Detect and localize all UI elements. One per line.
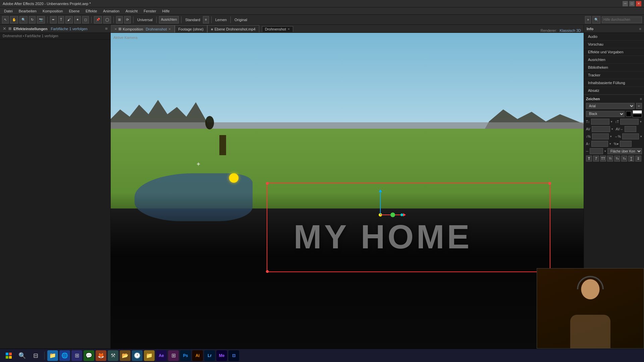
right-panel-paragraph[interactable]: Absatz xyxy=(584,87,644,95)
kerning-dropdown[interactable]: ▾ xyxy=(611,127,613,131)
vert-dropdown[interactable]: ▾ xyxy=(610,135,612,138)
sub-btn[interactable]: Ts xyxy=(621,156,627,162)
align-btn[interactable]: Ausrichten xyxy=(159,16,179,23)
stroke-type-select[interactable]: Fläche über Kon... xyxy=(607,148,642,154)
taskbar-folder2[interactable]: 📁 xyxy=(144,350,155,361)
layer-tab[interactable]: ■ Ebene Drohnenshot.mp4 xyxy=(207,25,259,33)
font-size-input[interactable]: 247 Px xyxy=(591,119,609,125)
zoom-tool[interactable]: 🔍 xyxy=(19,16,28,23)
arrow-tool[interactable]: ↖ xyxy=(2,16,9,23)
right-panel-preview[interactable]: Vorschau xyxy=(584,41,644,48)
hand-tool[interactable]: ✋ xyxy=(10,16,18,23)
comp-tab-close2[interactable]: ✕ xyxy=(168,27,171,31)
workspace-options[interactable]: ≡ xyxy=(203,16,209,23)
menu-ansicht[interactable]: Ansicht xyxy=(123,8,140,14)
bold-btn[interactable]: T xyxy=(586,156,592,162)
taskbar-clock[interactable]: 🕐 xyxy=(132,350,143,361)
text-color-black[interactable] xyxy=(626,111,631,117)
clone-tool[interactable]: ✦ xyxy=(74,16,81,23)
taskbar-app2[interactable]: ⊞ xyxy=(168,350,179,361)
taskbar-browser[interactable]: 🌐 xyxy=(59,350,70,361)
expand-panels[interactable]: » xyxy=(585,16,591,23)
font-select[interactable]: Arial xyxy=(586,103,635,109)
stroke-dropdown[interactable]: ▾ xyxy=(604,149,606,153)
vert-scale-input[interactable]: 100 % xyxy=(592,133,609,139)
menu-fenster[interactable]: Fenster xyxy=(141,8,159,14)
search-help[interactable]: 🔍 xyxy=(592,16,600,23)
style-select[interactable]: Black xyxy=(586,111,625,117)
start-button[interactable] xyxy=(3,350,15,362)
align-tool[interactable]: ⊞ xyxy=(116,16,123,23)
taskbar-whatsapp[interactable]: 💬 xyxy=(84,350,94,361)
comp-tab-drohnenshot[interactable]: ✕ ⊞ Komposition Drohnenshot ✕ xyxy=(111,25,175,33)
minimize-button[interactable]: ─ xyxy=(623,1,628,6)
search-taskbar[interactable]: 🔍 xyxy=(16,350,28,362)
renderer-value[interactable]: Klassisch 3D xyxy=(559,28,581,33)
effect-tab-label[interactable]: Farbfläche 1 verfolgen xyxy=(51,27,87,31)
text-tool[interactable]: T xyxy=(58,16,64,23)
panel-options[interactable]: ≡ xyxy=(105,26,108,31)
taskbar-explorer[interactable]: 📁 xyxy=(47,350,58,361)
taskbar-ae[interactable]: Ae xyxy=(156,350,167,361)
line-height-dropdown[interactable]: ▾ xyxy=(640,120,642,123)
taskbar-app1[interactable]: ⊞ xyxy=(71,350,82,361)
close-panel-btn[interactable]: ✕ xyxy=(3,26,6,31)
size-dropdown[interactable]: ▾ xyxy=(611,120,612,123)
maximize-button[interactable]: □ xyxy=(629,1,635,6)
learn-label[interactable]: Lernen xyxy=(214,18,228,22)
taskbar-pr[interactable]: ⊡ xyxy=(228,350,239,361)
stroke-color[interactable] xyxy=(633,110,642,114)
strikethrough-btn[interactable]: T xyxy=(635,156,641,162)
brush-tool[interactable]: 🖌 xyxy=(65,16,73,23)
pin-tool[interactable]: 📌 xyxy=(94,16,102,23)
horiz-scale-input[interactable]: 100 % xyxy=(622,133,639,139)
right-panel-libraries[interactable]: Bibliotheken xyxy=(584,64,644,71)
right-panel-content[interactable]: Inhaltsbasierte Füllung xyxy=(584,79,644,87)
comp-tab-close[interactable]: ✕ xyxy=(114,27,117,31)
taskbar-lr[interactable]: Lr xyxy=(204,350,215,361)
close-button[interactable]: ✕ xyxy=(636,1,641,6)
menu-datei[interactable]: Datei xyxy=(1,8,15,14)
tsumi-input[interactable]: 0 % xyxy=(620,141,632,147)
right-panel-audio[interactable]: Audio xyxy=(584,33,644,41)
pen-tool[interactable]: ✒ xyxy=(50,16,57,23)
fill-color[interactable] xyxy=(633,114,642,117)
taskview-btn[interactable]: ⊟ xyxy=(30,350,42,362)
char-panel-menu[interactable]: ≡ xyxy=(640,97,642,101)
right-panel-tracker[interactable]: Tracker xyxy=(584,71,644,79)
taskbar-ai[interactable]: Ai xyxy=(192,350,203,361)
taskbar-me[interactable]: Me xyxy=(216,350,227,361)
italic-btn[interactable]: T xyxy=(593,156,599,162)
right-panel-align[interactable]: Ausrichten xyxy=(584,56,644,64)
footage-tab[interactable]: Footage (ohne) xyxy=(175,25,207,33)
menu-bearbeiten[interactable]: Bearbeiten xyxy=(16,8,39,14)
taskbar-ps[interactable]: Ps xyxy=(180,350,191,361)
baseline-input[interactable]: 0 Px xyxy=(591,141,608,147)
eraser-tool[interactable]: ◻ xyxy=(82,16,89,23)
camera-tool[interactable]: 📷 xyxy=(37,16,45,23)
taskbar-files[interactable]: 📂 xyxy=(120,350,130,361)
font-edit-btn[interactable]: ✒ xyxy=(636,103,642,109)
taskbar-tool[interactable]: ⚒ xyxy=(108,350,118,361)
panel-menu-icon[interactable]: ≡ xyxy=(639,27,641,31)
tracking-input[interactable]: 10 xyxy=(625,126,636,132)
help-search[interactable] xyxy=(602,16,642,23)
shape-tool[interactable]: ◯ xyxy=(103,16,111,23)
line-height-input[interactable]: 325 Px xyxy=(620,119,639,125)
rotation-tool[interactable]: ↻ xyxy=(29,16,36,23)
drohnenshot-tab-close[interactable]: ✕ xyxy=(287,27,290,31)
taskbar-firefox[interactable]: 🦊 xyxy=(96,350,106,361)
menu-komposition[interactable]: Komposition xyxy=(40,8,66,14)
allcaps-btn[interactable]: TT xyxy=(600,156,606,162)
menu-animation[interactable]: Animation xyxy=(100,8,122,14)
motion-tool[interactable]: ⟳ xyxy=(124,16,131,23)
super-btn[interactable]: Ts xyxy=(614,156,620,162)
menu-ebene[interactable]: Ebene xyxy=(66,8,82,14)
smallcaps-btn[interactable]: Tt xyxy=(607,156,613,162)
stroke-input[interactable]: 0 Px xyxy=(590,148,603,154)
baseline-dropdown[interactable]: ▾ xyxy=(609,142,611,145)
kerning-input[interactable]: Metrik xyxy=(592,126,610,132)
original-label[interactable]: Original xyxy=(233,18,249,22)
underline-btn[interactable]: T xyxy=(628,156,634,162)
horiz-dropdown[interactable]: ▾ xyxy=(640,135,642,138)
